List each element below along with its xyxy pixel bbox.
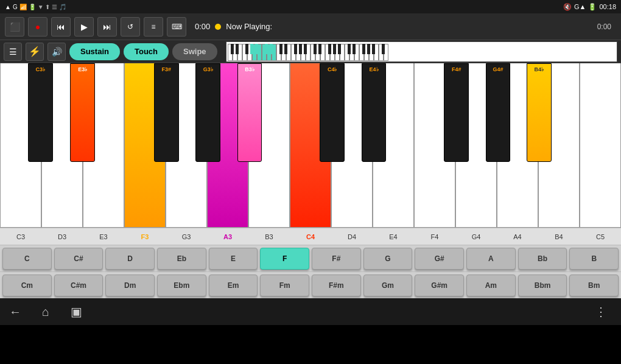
chord-btn-gsm[interactable]: G#m xyxy=(415,275,464,296)
label-C3: C3 xyxy=(0,233,41,240)
chord-btn-fm[interactable]: Fm xyxy=(260,275,309,296)
chord-btn-f[interactable]: F xyxy=(260,248,309,270)
toolbar: ⬛ ● ⏮ ▶ ⏭ ↺ ≡ ⌨ 0:00 Now Playing: 0:00 xyxy=(0,13,621,40)
record-button[interactable]: ● xyxy=(28,17,47,37)
label-E3: E3 xyxy=(83,233,124,240)
piano-keyboard: C3♭ E3♭ F3# G3♭ B3♭ C4♭ E4 xyxy=(0,63,621,228)
label-F3: F3 xyxy=(124,233,166,240)
signal-strength: G▲ xyxy=(574,3,586,10)
label-A4: A4 xyxy=(497,233,538,240)
stop-button[interactable]: ⬛ xyxy=(5,17,24,37)
chord-btn-a[interactable]: A xyxy=(466,248,516,270)
label-A3: A3 xyxy=(207,233,248,240)
chord-row-minor: CmC#mDmEbmEmFmF#mGmG#mAmBbmBm xyxy=(0,271,621,298)
status-bar: ▲ G 📶 🔋 ▼ ⬆ ☰ 🎵 🔇 G▲ 🔋 00:18 xyxy=(0,0,621,13)
label-B3: B3 xyxy=(248,233,290,240)
chord-btn-gs[interactable]: G# xyxy=(415,248,464,270)
wifi-icon: 📶 xyxy=(19,4,27,10)
key-Fs4[interactable]: F4# xyxy=(444,63,469,162)
notification-icons: ▼ ⬆ ☰ 🎵 xyxy=(38,4,66,10)
volume-status-icon: 🔇 xyxy=(563,3,572,11)
chord-btn-csm[interactable]: C#m xyxy=(54,275,103,296)
swipe-tab[interactable]: Swipe xyxy=(172,43,217,60)
sustain-tab[interactable]: Sustain xyxy=(69,43,120,60)
chord-btn-bm[interactable]: Bm xyxy=(569,275,619,296)
key-C5[interactable] xyxy=(580,63,621,228)
key-Eb4[interactable]: E4♭ xyxy=(362,63,387,162)
battery-icon: 🔋 xyxy=(29,4,36,10)
lightning-button[interactable]: ⚡ xyxy=(26,43,44,61)
time-left: 0:00 xyxy=(195,22,210,31)
label-B4: B4 xyxy=(538,233,580,240)
label-E4: E4 xyxy=(373,233,414,240)
chord-btn-e[interactable]: E xyxy=(209,248,258,270)
time-display: 00:18 xyxy=(599,3,616,10)
back-button[interactable]: ← xyxy=(0,301,30,323)
chord-btn-d[interactable]: D xyxy=(105,248,155,270)
keyboard-button[interactable]: ⌨ xyxy=(167,17,186,37)
chord-btn-am[interactable]: Am xyxy=(466,275,516,296)
label-F4: F4 xyxy=(414,233,455,240)
chord-btn-bb[interactable]: Bb xyxy=(518,248,567,270)
label-D4: D4 xyxy=(331,233,373,240)
signal-bars: G xyxy=(13,4,18,10)
chord-btn-c[interactable]: C xyxy=(2,248,52,270)
label-G3: G3 xyxy=(166,233,207,240)
label-C4: C4 xyxy=(290,233,331,240)
battery-indicator: 🔋 xyxy=(588,3,597,11)
chord-btn-cm[interactable]: Cm xyxy=(2,275,52,296)
key-labels-row: C3 D3 E3 F3 G3 A3 B3 C4 D4 E4 F4 G4 A4 B… xyxy=(0,228,621,245)
touch-tab[interactable]: Touch xyxy=(124,43,169,60)
rewind-button[interactable]: ⏮ xyxy=(51,17,71,37)
key-Bb4[interactable]: B4♭ xyxy=(527,63,552,162)
volume-button[interactable]: 🔊 xyxy=(47,43,66,61)
controls-row: ☰ ⚡ 🔊 Sustain Touch Swipe xyxy=(0,40,621,63)
label-D3: D3 xyxy=(41,233,83,240)
chord-btn-em[interactable]: Em xyxy=(209,275,258,296)
chord-btn-bbm[interactable]: Bbm xyxy=(518,275,567,296)
chord-btn-g[interactable]: G xyxy=(363,248,413,270)
bottom-nav-bar: ← ⌂ ▣ ⋮ xyxy=(0,298,621,325)
chord-btn-ebm[interactable]: Ebm xyxy=(157,275,206,296)
key-Bb3[interactable]: B3♭ xyxy=(237,63,262,162)
key-Cs3[interactable]: C3♭ xyxy=(28,63,53,162)
status-right-icons: 🔇 G▲ 🔋 00:18 xyxy=(563,3,616,11)
now-playing-area: 0:00 Now Playing: 0:00 xyxy=(195,22,616,31)
fast-forward-button[interactable]: ⏭ xyxy=(97,17,117,37)
key-Gs3[interactable]: G3♭ xyxy=(195,63,220,162)
chord-btn-fsm[interactable]: F#m xyxy=(312,275,361,296)
mini-keyboard-display xyxy=(226,41,617,62)
recent-apps-button[interactable]: ▣ xyxy=(61,301,91,323)
menu-button[interactable]: ☰ xyxy=(4,43,22,61)
home-button[interactable]: ⌂ xyxy=(30,301,61,323)
now-playing-label: Now Playing: xyxy=(226,22,272,31)
play-button[interactable]: ▶ xyxy=(74,17,94,37)
signal-icon: ▲ xyxy=(5,4,11,10)
chord-btn-b[interactable]: B xyxy=(569,248,619,270)
loop-button[interactable]: ↺ xyxy=(121,17,140,37)
playback-indicator xyxy=(215,24,221,30)
key-Gs4[interactable]: G4# xyxy=(486,63,511,162)
chord-btn-gm[interactable]: Gm xyxy=(363,275,413,296)
chord-btn-eb[interactable]: Eb xyxy=(157,248,206,270)
label-C5: C5 xyxy=(580,233,621,240)
status-left-icons: ▲ G 📶 🔋 ▼ ⬆ ☰ 🎵 xyxy=(5,4,66,10)
chord-btn-fs[interactable]: F# xyxy=(312,248,361,270)
key-Fs3[interactable]: F3# xyxy=(154,63,179,162)
key-Cs4[interactable]: C4♭ xyxy=(320,63,345,162)
chord-btn-cs[interactable]: C# xyxy=(54,248,103,270)
chord-row-major: CC#DEbEFF#GG#ABbB xyxy=(0,245,621,271)
time-right: 0:00 xyxy=(597,23,611,31)
more-options-button[interactable]: ⋮ xyxy=(586,301,616,323)
label-G4: G4 xyxy=(455,233,497,240)
piano-section: C3♭ E3♭ F3# G3♭ B3♭ C4♭ E4 xyxy=(0,63,621,228)
key-Eb3[interactable]: E3♭ xyxy=(70,63,95,162)
metronome-button[interactable]: ≡ xyxy=(144,17,163,37)
chord-btn-dm[interactable]: Dm xyxy=(105,275,155,296)
